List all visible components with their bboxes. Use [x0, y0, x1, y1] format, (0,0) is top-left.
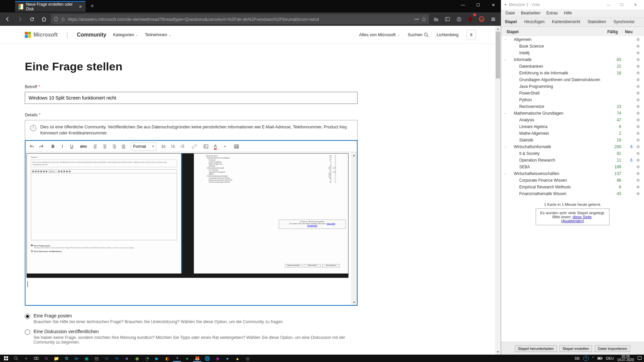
link-button[interactable] [190, 142, 199, 151]
tab-hinzufügen[interactable]: Hinzufügen [521, 17, 548, 26]
taskbar-app[interactable]: ● [223, 355, 231, 362]
user-name[interactable]: Lichtenberg [437, 33, 459, 37]
taskbar-app[interactable]: N [42, 355, 50, 362]
deck-row[interactable]: -Informatik63⚙ [501, 56, 644, 63]
cortana-icon[interactable]: ○ [22, 355, 30, 362]
search-button[interactable]: Suchen [408, 32, 429, 37]
deck-row[interactable]: -Wirtschaftwissenschaften137⚙ [501, 170, 644, 177]
nav-categories[interactable]: Kategorien⌄ [113, 32, 138, 37]
editor-scrollbar[interactable]: ▴ ▾ [351, 152, 357, 305]
menu-extras[interactable]: Extras [543, 9, 561, 17]
numbered-list-button[interactable]: 12 [169, 142, 177, 151]
community-link[interactable]: Community [77, 32, 106, 38]
deck-row[interactable]: -Allgemein⚙ [501, 36, 644, 43]
browser-tab-active[interactable]: Neue Frage erstellen oder Disk ✕ [15, 1, 86, 12]
this-page-link[interactable]: diese Seite [573, 215, 592, 219]
minimize-button[interactable]: — [602, 1, 614, 8]
radio-discussion[interactable] [25, 329, 30, 335]
search-icon[interactable] [12, 355, 20, 362]
expand-toggle[interactable]: - [503, 37, 508, 42]
deck-row[interactable]: Java Programming⚙ [501, 83, 644, 90]
close-button[interactable]: ✕ [629, 1, 641, 8]
ublock-icon[interactable] [465, 14, 475, 24]
gear-icon[interactable]: ⚙ [633, 71, 640, 75]
deck-row[interactable]: Empirical Research Methods6⚙ [501, 184, 644, 190]
shield-icon[interactable] [54, 17, 58, 21]
align-center-button[interactable] [100, 142, 109, 151]
taskbar-app[interactable]: ▲ [233, 355, 241, 362]
library-icon[interactable] [431, 14, 441, 24]
deck-row[interactable]: Grundlagen Algorithmen und Datenstruktur… [501, 76, 644, 83]
taskbar-app[interactable]: ● [183, 355, 191, 362]
notification-badge[interactable]: 8 [467, 30, 476, 40]
more-dropdown[interactable]: ▾ [220, 142, 229, 151]
forward-button[interactable] [15, 14, 25, 24]
tab-kartenübersicht[interactable]: Kartenübersicht [548, 17, 584, 26]
bookmark-star-icon[interactable] [422, 17, 426, 21]
deck-row[interactable]: -Mathematische Grundlagen74⚙ [501, 110, 644, 117]
taskbar-app[interactable]: ◐ [163, 355, 171, 362]
gear-icon[interactable]: ⚙ [633, 191, 640, 196]
tray-chevron-icon[interactable]: ˄ [592, 356, 594, 361]
taskbar-app[interactable]: ⧉ [62, 355, 70, 362]
gear-icon[interactable]: ⚙ [633, 57, 640, 62]
deck-row[interactable]: Python⚙ [501, 97, 644, 103]
strike-button[interactable]: abc [79, 142, 88, 151]
deck-row[interactable]: Intellij⚙ [501, 50, 644, 56]
hide-link[interactable]: (Ausblenden) [561, 219, 584, 223]
taskbar-app[interactable]: ≫ [72, 355, 80, 362]
expand-toggle[interactable]: - [503, 111, 508, 116]
deck-row[interactable]: Operation Research116⚙ [501, 157, 644, 164]
tab-synchronisi[interactable]: Synchronisi [610, 17, 638, 26]
notifications-icon[interactable] [637, 356, 642, 361]
taskbar-app[interactable]: ✦ [173, 355, 181, 362]
reload-button[interactable] [27, 14, 37, 24]
gear-icon[interactable]: ⚙ [633, 118, 640, 122]
account-icon[interactable] [454, 14, 464, 24]
format-dropdown[interactable]: Format▾ [131, 142, 156, 150]
undo-button[interactable] [28, 142, 36, 151]
taskbar-app[interactable]: ▤ [93, 355, 101, 362]
close-button[interactable]: ✕ [486, 0, 501, 10]
deck-row[interactable]: PowerShell⚙ [501, 90, 644, 97]
expand-toggle[interactable]: - [503, 144, 508, 149]
deck-row[interactable]: SEBA189⚙ [501, 164, 644, 170]
gear-icon[interactable]: ⚙ [633, 144, 640, 149]
page-scrollbar[interactable]: ▴ ▾ [495, 26, 501, 355]
deck-row[interactable]: It & Society91⚙ [501, 150, 644, 157]
gear-icon[interactable]: ⚙ [633, 104, 640, 109]
back-button[interactable] [3, 14, 13, 24]
gear-icon[interactable]: ⚙ [633, 124, 640, 129]
taskbar-app[interactable]: ■ [123, 355, 131, 362]
taskview-icon[interactable] [32, 355, 40, 362]
gear-icon[interactable]: ⚙ [633, 131, 640, 136]
maximize-button[interactable]: ☐ [471, 0, 486, 10]
deck-row[interactable]: Mathe Allgemein2⚙ [501, 130, 644, 137]
radio-question[interactable] [25, 314, 30, 319]
gear-icon[interactable]: ⚙ [633, 171, 640, 176]
table-button[interactable] [232, 142, 241, 151]
new-tab-button[interactable]: + [87, 1, 98, 12]
minimize-button[interactable]: — [455, 0, 471, 10]
lock-icon[interactable] [61, 17, 65, 21]
gear-icon[interactable]: ⚙ [633, 77, 640, 82]
start-button[interactable] [2, 355, 10, 362]
outdent-button[interactable] [178, 142, 187, 151]
gear-icon[interactable]: ⚙ [633, 111, 640, 116]
gear-icon[interactable]: ⚙ [633, 151, 640, 156]
deck-row[interactable]: -Wirtschaftsinformatik2006⚙ [501, 143, 644, 150]
taskbar-app[interactable]: ◔ [143, 355, 151, 362]
close-icon[interactable]: ✕ [79, 4, 82, 9]
editor-body[interactable]: Details * Dies ist eine öffentliche Comm… [25, 152, 357, 305]
microsoft-logo[interactable]: Microsoft [25, 32, 58, 38]
gear-icon[interactable]: ⚙ [633, 44, 640, 49]
gear-icon[interactable]: ⚙ [633, 185, 640, 189]
italic-button[interactable]: I [58, 142, 67, 151]
gear-icon[interactable]: ⚙ [633, 51, 640, 55]
menu-icon[interactable] [488, 14, 498, 24]
help-icon[interactable]: ? [583, 356, 589, 361]
taskbar-app[interactable]: ◉ [133, 355, 141, 362]
subject-input[interactable] [25, 92, 358, 104]
gear-icon[interactable]: ⚙ [633, 64, 640, 69]
page-action-dots[interactable]: ••• [414, 17, 419, 22]
